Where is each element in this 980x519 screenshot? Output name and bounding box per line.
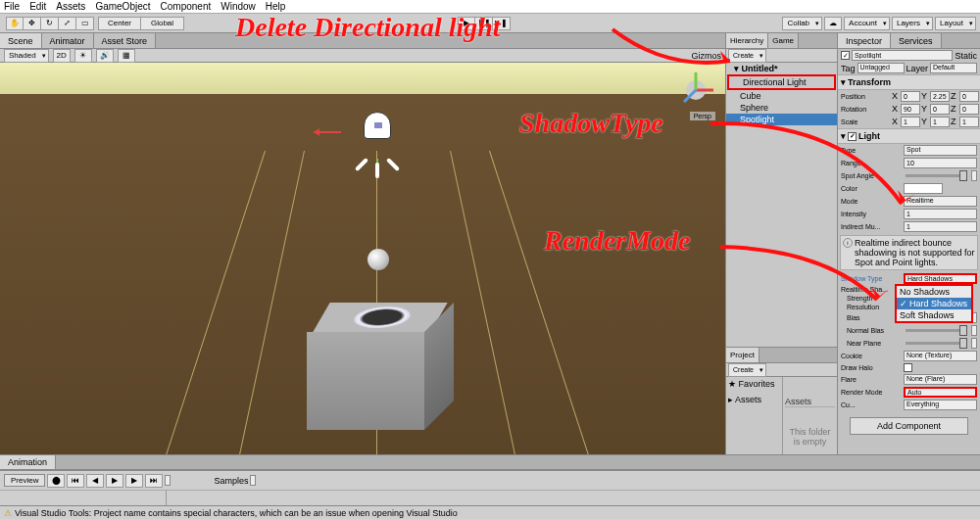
- tab-project[interactable]: Project: [726, 348, 760, 362]
- anim-prev[interactable]: ◀: [86, 474, 104, 488]
- indirect-field[interactable]: [904, 221, 977, 232]
- tab-animator[interactable]: Animator: [42, 33, 94, 48]
- spotlight-gizmo[interactable]: [348, 112, 407, 170]
- scl-y[interactable]: [930, 117, 950, 127]
- light-header[interactable]: ▾ ✓ Light: [838, 128, 980, 144]
- tag-dropdown[interactable]: Untagged: [858, 63, 905, 73]
- range-field[interactable]: [904, 158, 977, 168]
- light-type-dropdown[interactable]: Spot: [904, 145, 977, 156]
- rot-z[interactable]: [959, 104, 979, 115]
- spotangle-field[interactable]: [971, 170, 977, 181]
- scene-lighting-icon[interactable]: ☀: [74, 49, 92, 63]
- hierarchy-spotlight[interactable]: Spotlight: [726, 114, 837, 125]
- scl-z[interactable]: [959, 117, 979, 127]
- anim-last[interactable]: ⏭: [145, 474, 163, 488]
- menu-help[interactable]: Help: [266, 1, 286, 12]
- tab-assetstore[interactable]: Asset Store: [94, 33, 157, 48]
- scene-fx-icon[interactable]: ▦: [118, 49, 135, 63]
- pos-x[interactable]: [901, 91, 920, 102]
- rendermode-dropdown[interactable]: Auto: [904, 387, 977, 398]
- anim-play[interactable]: ▶: [106, 474, 123, 488]
- anim-first[interactable]: ⏮: [67, 474, 84, 488]
- halo-checkbox[interactable]: [904, 363, 912, 372]
- layers-dropdown[interactable]: Layers: [892, 17, 933, 30]
- rot-x[interactable]: [901, 104, 920, 115]
- transform-header[interactable]: ▾ Transform: [838, 74, 980, 90]
- project-create[interactable]: Create: [728, 363, 766, 377]
- pivot-center[interactable]: Center: [98, 17, 141, 30]
- scene-root[interactable]: ▾ Untitled*: [726, 63, 837, 74]
- mode-dropdown[interactable]: Realtime: [904, 196, 977, 207]
- hierarchy-cube[interactable]: Cube: [726, 90, 837, 102]
- layout-dropdown[interactable]: Layout: [935, 17, 976, 30]
- persp-label[interactable]: Persp: [690, 112, 715, 120]
- gameobject-name-field[interactable]: [852, 50, 953, 61]
- pivot-global[interactable]: Global: [141, 17, 184, 30]
- anim-next[interactable]: ▶: [125, 474, 143, 488]
- tab-inspector[interactable]: Inspector: [838, 33, 891, 48]
- rotate-tool[interactable]: ↻: [41, 17, 59, 30]
- hierarchy-create[interactable]: Create: [728, 49, 766, 63]
- shadowtype-dropdown[interactable]: Hard Shadows: [904, 273, 977, 284]
- near-slider[interactable]: [906, 342, 967, 345]
- play-button[interactable]: ▶: [458, 17, 475, 30]
- add-component-button[interactable]: Add Component: [850, 417, 968, 435]
- shading-dropdown[interactable]: Shaded: [4, 49, 49, 63]
- scene-audio-icon[interactable]: 🔊: [96, 49, 114, 63]
- culling-dropdown[interactable]: Everything: [904, 400, 977, 410]
- menu-gameobject[interactable]: GameObject: [95, 1, 150, 12]
- move-tool[interactable]: ✥: [24, 17, 41, 30]
- gizmos-label[interactable]: Gizmos: [691, 51, 721, 61]
- scl-x[interactable]: [901, 117, 920, 127]
- nbias-field[interactable]: [971, 325, 977, 336]
- pause-button[interactable]: ❚❚: [475, 17, 493, 30]
- scene-2d-toggle[interactable]: 2D: [53, 49, 71, 63]
- intensity-field[interactable]: [904, 209, 977, 219]
- step-button[interactable]: ▶❚: [493, 17, 511, 30]
- tab-scene[interactable]: Scene: [0, 33, 42, 48]
- shadow-option-soft[interactable]: Soft Shadows: [897, 309, 971, 321]
- cloud-icon[interactable]: ☁: [824, 17, 842, 30]
- pos-y[interactable]: [930, 91, 950, 102]
- nbias-slider[interactable]: [906, 329, 967, 332]
- samples-field[interactable]: [250, 475, 256, 486]
- tab-game[interactable]: Game: [768, 33, 799, 48]
- rot-y[interactable]: [930, 104, 950, 115]
- project-assets-folder[interactable]: ▸ Assets: [728, 395, 780, 404]
- hand-tool[interactable]: ✋: [6, 17, 24, 30]
- menu-component[interactable]: Component: [161, 1, 212, 12]
- anim-frame-field[interactable]: [165, 475, 171, 486]
- hierarchy-directional-light[interactable]: Directional Light: [727, 74, 836, 90]
- tab-animation[interactable]: Animation: [0, 455, 56, 469]
- tab-hierarchy[interactable]: Hierarchy: [726, 33, 768, 48]
- layer-dropdown[interactable]: Default: [930, 63, 977, 73]
- account-dropdown[interactable]: Account: [844, 17, 890, 30]
- menu-edit[interactable]: Edit: [29, 1, 46, 12]
- collab-dropdown[interactable]: Collab: [782, 17, 822, 30]
- scale-tool[interactable]: ⤢: [59, 17, 76, 30]
- anim-record[interactable]: ⬤: [47, 474, 65, 488]
- flare-field[interactable]: None (Flare): [904, 374, 977, 385]
- pos-z[interactable]: [959, 91, 979, 102]
- cookie-field[interactable]: None (Texture): [904, 351, 977, 361]
- rect-tool[interactable]: ▭: [76, 17, 94, 30]
- menu-assets[interactable]: Assets: [56, 1, 85, 12]
- project-breadcrumb[interactable]: Assets: [785, 397, 835, 407]
- sphere-object[interactable]: [368, 249, 389, 270]
- anim-preview[interactable]: Preview: [4, 474, 45, 487]
- hierarchy-sphere[interactable]: Sphere: [726, 102, 837, 114]
- shadow-option-hard[interactable]: ✓Hard Shadows: [897, 298, 971, 309]
- orientation-gizmo[interactable]: [676, 71, 715, 110]
- color-swatch[interactable]: [904, 183, 943, 194]
- move-handle-x[interactable]: [314, 131, 341, 133]
- project-favorites[interactable]: ★ Favorites: [728, 379, 780, 389]
- near-field[interactable]: [971, 338, 977, 349]
- shadow-option-none[interactable]: No Shadows: [897, 286, 971, 298]
- spotangle-slider[interactable]: [906, 174, 967, 177]
- scene-viewport[interactable]: Persp: [0, 63, 725, 454]
- static-label[interactable]: Static: [955, 51, 977, 61]
- cube-object[interactable]: [304, 303, 451, 430]
- tab-services[interactable]: Services: [891, 33, 942, 48]
- menu-window[interactable]: Window: [220, 1, 256, 12]
- gameobject-active-checkbox[interactable]: ✓: [841, 51, 850, 60]
